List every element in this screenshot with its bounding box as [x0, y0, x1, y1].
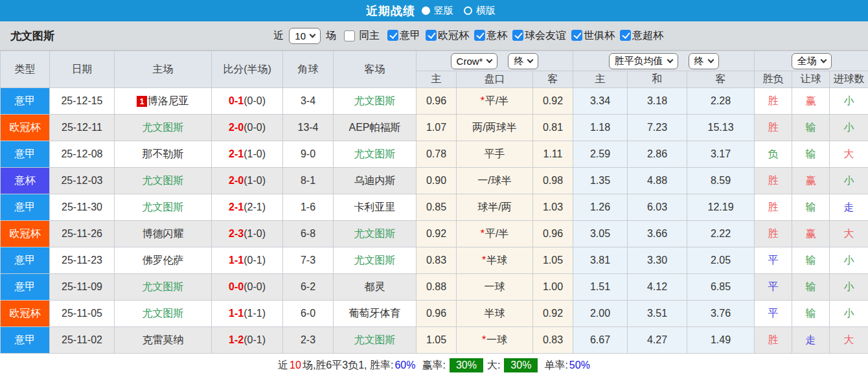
league-badge: 意甲	[1, 194, 50, 221]
sub-col-header: 主	[573, 71, 628, 88]
league-filter-list: 意甲欧冠杯意杯球会友谊世俱杯意超杯	[382, 29, 663, 43]
games-count-value: 10	[295, 30, 306, 41]
avg-home-cell: 2.00	[573, 301, 628, 327]
date-cell: 25-11-09	[50, 274, 115, 301]
handicap-cell: *平/半	[457, 221, 533, 247]
league-filter-label[interactable]: 世俱杯	[584, 30, 615, 41]
sub-col-header: 客	[533, 71, 573, 88]
away-team-cell: 尤文图斯	[334, 221, 417, 247]
away-team-name: 葡萄牙体育	[349, 308, 401, 319]
date-cell: 25-11-26	[50, 221, 115, 247]
league-filter-checkbox[interactable]	[387, 30, 398, 41]
away-odds-cell: 0.92	[533, 301, 573, 327]
league-filter-label[interactable]: 球会友谊	[525, 30, 566, 41]
handicap-text: 半球	[486, 255, 507, 266]
wdl-result-cell: 平	[755, 247, 792, 274]
home-odds-cell: 0.88	[417, 274, 457, 301]
league-badge: 意甲	[1, 247, 50, 274]
league-filter-label[interactable]: 欧冠杯	[438, 30, 469, 41]
vertical-radio[interactable]	[422, 6, 430, 15]
goals-result-cell: 小	[830, 247, 868, 274]
scope-select[interactable]: 全场	[792, 53, 832, 69]
odds-state-select[interactable]: 终	[508, 53, 538, 69]
away-team-name: AEP帕福斯	[348, 122, 400, 133]
home-team-cell: 尤文图斯	[115, 301, 212, 327]
home-team-name: 那不勒斯	[143, 148, 184, 159]
summary-text1: 场,胜6平3负1, 胜率:	[303, 359, 393, 372]
league-filter-checkbox[interactable]	[571, 30, 582, 41]
near-label: 近	[273, 29, 284, 43]
summary-bar: 近 10 场,胜6平3负1, 胜率: 60% 赢率: 30% 大: 30% 单率…	[0, 354, 868, 377]
league-filter-checkbox[interactable]	[512, 30, 523, 41]
away-odds-cell: 1.00	[533, 274, 573, 301]
avg-home-cell: 1.18	[573, 115, 628, 141]
league-filter-label[interactable]: 意超杯	[632, 30, 663, 41]
league-filter-checkbox[interactable]	[620, 30, 631, 41]
home-odds-cell: 0.90	[417, 168, 457, 194]
table-row: 欧冠杯25-12-11尤文图斯2-0(0-0)13-4AEP帕福斯1.07两/两…	[1, 115, 868, 141]
away-odds-cell: 0.81	[533, 115, 573, 141]
home-odds-cell: 0.85	[417, 194, 457, 221]
avg-home-cell: 1.26	[573, 194, 628, 221]
wdl-result-cell: 胜	[755, 88, 792, 115]
fulltime-score: 2-1	[229, 148, 244, 159]
home-team-cell: 1博洛尼亚	[115, 88, 212, 115]
odds-company-select[interactable]: Crow*	[451, 53, 498, 69]
horizontal-radio-label[interactable]: 横版	[476, 5, 496, 17]
same-home-label[interactable]: 同主	[359, 29, 380, 43]
title-bar: 近期战绩 竖版 横版	[0, 0, 868, 21]
horizontal-radio[interactable]	[464, 6, 472, 15]
avg-state-select[interactable]: 终	[689, 53, 719, 69]
table-row: 欧冠杯25-11-26博德闪耀2-3(1-0)6-8尤文图斯0.92*平/半0.…	[1, 221, 868, 247]
league-badge: 意甲	[1, 88, 50, 115]
league-filter-label[interactable]: 意甲	[400, 30, 420, 41]
avg-home-cell: 2.59	[573, 141, 628, 168]
away-odds-cell: 0.92	[533, 88, 573, 115]
avg-type-value: 胜平负均值	[615, 55, 663, 67]
home-odds-cell: 0.83	[417, 247, 457, 274]
win-rate: 60%	[394, 360, 415, 371]
handicap-result-cell: 输	[792, 194, 830, 221]
away-odds-cell: 1.11	[533, 141, 573, 168]
away-team-name: 尤文图斯	[354, 255, 396, 266]
wdl-result-cell: 胜	[755, 115, 792, 141]
fulltime-score: 1-1	[229, 255, 244, 266]
wdl-result-cell: 胜	[755, 168, 792, 194]
handicap-result-cell: 输	[792, 301, 830, 327]
big-rate-badge: 30%	[504, 358, 538, 372]
avg-home-cell: 1.51	[573, 274, 628, 301]
chevron-down-icon	[820, 56, 827, 63]
handicap-cell: *半球	[457, 247, 533, 274]
date-cell: 25-11-23	[50, 247, 115, 274]
home-odds-cell: 1.05	[417, 327, 457, 354]
avg-home-cell: 6.67	[573, 327, 628, 354]
handicap-cell: 一球	[457, 274, 533, 301]
avg-draw-cell: 4.12	[628, 274, 687, 301]
league-filter-checkbox[interactable]	[474, 30, 485, 41]
handicap-result-cell: 输	[792, 247, 830, 274]
filter-bar: 尤文图斯 近 10 场 同主 意甲欧冠杯意杯球会友谊世俱杯意超杯	[0, 21, 868, 51]
table-row: 意甲25-11-23佛罗伦萨1-1(0-1)7-3尤文图斯0.83*半球1.05…	[1, 247, 868, 274]
league-filter-label[interactable]: 意杯	[486, 30, 507, 41]
handicap-cell: *平/半	[457, 88, 533, 115]
avg-away-cell: 1.49	[687, 327, 755, 354]
league-badge: 意甲	[1, 274, 50, 301]
score-cell: 1-2(0-1)	[212, 327, 283, 354]
avg-type-select[interactable]: 胜平负均值	[609, 53, 678, 69]
handicap-result-cell: 赢	[792, 168, 830, 194]
games-count-select[interactable]: 10	[289, 28, 321, 44]
avg-away-cell: 15.13	[687, 115, 755, 141]
home-odds-cell: 1.07	[417, 115, 457, 141]
same-home-checkbox[interactable]	[344, 30, 355, 41]
handicap-text: 半球	[485, 308, 505, 319]
home-team-name: 尤文图斯	[143, 281, 184, 292]
handicap-text: 平/半	[485, 95, 508, 106]
summary-text3: 大:	[487, 359, 500, 372]
league-filter-checkbox[interactable]	[426, 30, 437, 41]
goals-result-cell: 走	[830, 194, 868, 221]
table-row: 欧冠杯25-11-05尤文图斯1-1(1-1)6-0葡萄牙体育0.96半球0.9…	[1, 301, 868, 327]
handicap-cell: 半球	[457, 301, 533, 327]
vertical-radio-label[interactable]: 竖版	[434, 5, 453, 17]
home-team-name: 博德闪耀	[143, 228, 184, 239]
goals-result-cell: 小	[830, 88, 868, 115]
